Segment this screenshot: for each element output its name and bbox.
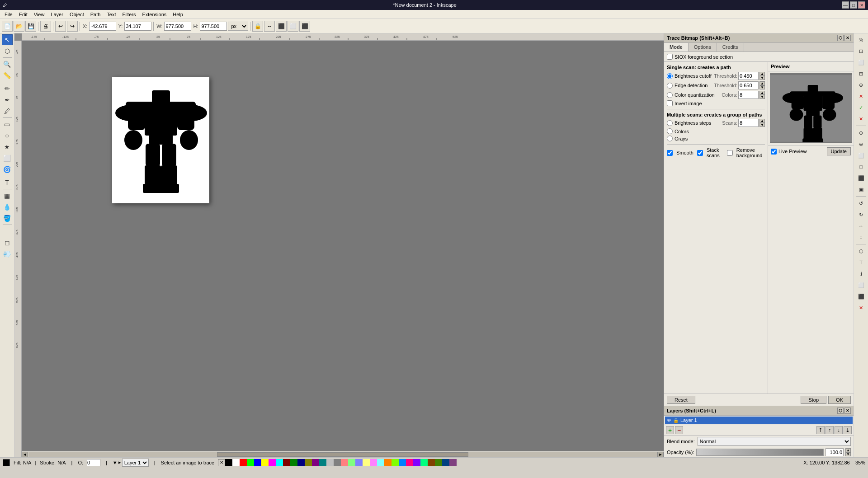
layers-panel-detach[interactable]: ⬡	[837, 408, 844, 414]
reset-button[interactable]: Reset	[667, 396, 695, 404]
circle-tool[interactable]: ○	[2, 130, 13, 141]
w-input[interactable]	[164, 22, 191, 31]
redo-button[interactable]: ↪	[67, 21, 78, 32]
brightness-threshold-input[interactable]	[738, 72, 759, 80]
3d-tool[interactable]: ⬜	[2, 153, 13, 164]
edge-threshold-input[interactable]	[738, 81, 759, 89]
tab-options[interactable]: Options	[689, 43, 717, 52]
edge-threshold-up[interactable]: ▲	[760, 81, 765, 85]
flip-h[interactable]: ↔	[856, 220, 867, 231]
pencil-tool[interactable]: ✏	[2, 83, 13, 94]
snap-nodes[interactable]: ⊡	[856, 46, 867, 56]
measure-tool[interactable]: 📏	[2, 70, 13, 81]
palette-color-0000ff[interactable]	[254, 459, 261, 466]
h-input[interactable]	[200, 22, 227, 31]
palette-color-ff0080[interactable]	[406, 459, 413, 466]
xml-editor[interactable]: T	[856, 257, 867, 268]
spiral-tool[interactable]: 🌀	[2, 164, 13, 175]
y-input[interactable]	[124, 22, 151, 31]
snap-green[interactable]: ✓	[856, 102, 867, 113]
scans-input[interactable]	[738, 119, 759, 127]
edge-threshold-down[interactable]: ▼	[760, 85, 765, 89]
menu-item-path[interactable]: Path	[88, 11, 104, 18]
zoom-fit[interactable]: ⬜	[856, 150, 867, 161]
palette-color-ffffff[interactable]	[232, 459, 240, 466]
palette-color-800000[interactable]	[283, 459, 290, 466]
align-center-button[interactable]: ⬜	[288, 21, 298, 32]
palette-color-8080ff[interactable]	[355, 459, 363, 466]
connector-tool[interactable]: —	[2, 226, 13, 237]
undo-button[interactable]: ↩	[55, 21, 66, 32]
colors-up[interactable]: ▲	[760, 91, 765, 95]
object-transform[interactable]: ⬜	[856, 280, 867, 291]
scrollbar-track[interactable]	[28, 452, 657, 457]
canvas-background[interactable]	[22, 41, 664, 457]
rect-tool[interactable]: ▭	[2, 119, 13, 130]
minimize-button[interactable]: —	[842, 1, 849, 9]
palette-color-ff00ff[interactable]	[269, 459, 276, 466]
blend-mode-select[interactable]: Normal Multiply Screen Overlay Darken Li…	[698, 437, 851, 446]
layer-select[interactable]: Layer 1	[122, 459, 149, 467]
colors-multi-radio[interactable]	[667, 128, 673, 134]
brightness-steps-radio[interactable]	[667, 120, 673, 126]
transform-button[interactable]: ↔	[264, 21, 275, 32]
brightness-cutoff-radio[interactable]	[667, 73, 673, 79]
trace-panel-detach[interactable]: ⬡	[837, 35, 844, 41]
node-tool[interactable]: ⬡	[2, 46, 13, 56]
lock-aspect-button[interactable]: 🔒	[252, 21, 263, 32]
trace-panel-close[interactable]: ✕	[844, 35, 851, 41]
palette-color-ff8080[interactable]	[341, 459, 348, 466]
star-tool[interactable]: ★	[2, 141, 13, 152]
menu-item-file[interactable]: File	[2, 11, 15, 18]
scans-down[interactable]: ▼	[760, 123, 765, 127]
layer-eye-icon[interactable]: 👁	[667, 418, 671, 423]
edge-detection-radio[interactable]	[667, 83, 673, 89]
palette-color-c0c0c0[interactable]	[326, 459, 334, 466]
tab-credits[interactable]: Credits	[717, 43, 744, 52]
snap-midpoints[interactable]: ⊞	[856, 68, 867, 79]
layer-down-button[interactable]: ↓	[835, 426, 843, 434]
scans-up[interactable]: ▲	[760, 119, 765, 123]
menu-item-text[interactable]: Text	[104, 11, 118, 18]
palette-color-80ff00[interactable]	[392, 459, 399, 466]
palette-color-804080[interactable]	[449, 459, 457, 466]
palette-color-004080[interactable]	[442, 459, 449, 466]
siox-checkbox[interactable]	[667, 54, 673, 60]
palette-color-804000[interactable]	[428, 459, 435, 466]
grays-radio[interactable]	[667, 136, 673, 141]
zoom-tool[interactable]: 🔍	[2, 59, 13, 70]
brightness-threshold-up[interactable]: ▲	[760, 72, 765, 76]
palette-color-408000[interactable]	[435, 459, 442, 466]
palette-color-00ffff[interactable]	[276, 459, 283, 466]
zoom-drawing[interactable]: ⬛	[856, 173, 867, 183]
spray-tool[interactable]: 💨	[2, 248, 13, 259]
red-x-right[interactable]: ✕	[856, 302, 867, 313]
menu-item-layer[interactable]: Layer	[48, 11, 66, 18]
palette-color-80ffff[interactable]	[377, 459, 384, 466]
ok-button[interactable]: OK	[828, 396, 851, 404]
scroll-right-button[interactable]: ►	[657, 452, 664, 457]
open-button[interactable]: 📂	[14, 21, 24, 32]
align-left-button[interactable]: ⬛	[276, 21, 287, 32]
align-right-button[interactable]: ⬛	[299, 21, 310, 32]
no-color-button[interactable]: ✕	[218, 459, 225, 466]
menu-item-edit[interactable]: Edit	[16, 11, 30, 18]
zoom-in[interactable]: ⊕	[856, 127, 867, 138]
save-button[interactable]: 💾	[25, 21, 36, 32]
flip-v[interactable]: ↕	[856, 232, 867, 243]
stop-button[interactable]: Stop	[801, 396, 826, 404]
palette-color-ff8000[interactable]	[384, 459, 392, 466]
menu-item-extensions[interactable]: Extensions	[139, 11, 169, 18]
maximize-button[interactable]: □	[850, 1, 857, 9]
palette-color-0080ff[interactable]	[399, 459, 406, 466]
invert-image-checkbox[interactable]	[667, 100, 673, 106]
eraser-tool[interactable]: ◻	[2, 237, 13, 248]
palette-color-80ff80[interactable]	[348, 459, 355, 466]
remove-layer-button[interactable]: −	[675, 426, 683, 434]
palette-color-8000ff[interactable]	[413, 459, 420, 466]
layer-row[interactable]: 👁 🔓 Layer 1	[665, 417, 853, 424]
layer-to-top-button[interactable]: ⤒	[816, 426, 825, 434]
color-quantization-radio[interactable]	[667, 92, 673, 98]
layer-to-bottom-button[interactable]: ⤓	[844, 426, 852, 434]
zoom-selection[interactable]: ▣	[856, 184, 867, 195]
